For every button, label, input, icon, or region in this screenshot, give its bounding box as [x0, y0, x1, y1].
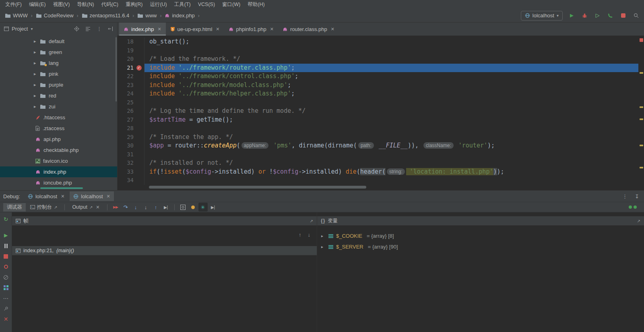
view-breakpoints-icon[interactable]	[1, 262, 11, 271]
stop-button[interactable]	[619, 12, 627, 20]
menu-item[interactable]: 帮助(H)	[244, 0, 268, 9]
locate-file-icon[interactable]	[74, 26, 79, 31]
gutter-breakpoint-area[interactable]	[134, 150, 144, 159]
menu-item[interactable]: 文件(F)	[2, 0, 25, 9]
close-icon[interactable]: ✕	[96, 205, 99, 210]
panel-options-icon[interactable]: ⋮	[97, 26, 102, 32]
gutter-breakpoint-area[interactable]	[134, 159, 144, 168]
expand-chevron-icon[interactable]: ▸	[321, 234, 326, 238]
gutter-breakpoint-area[interactable]	[134, 176, 144, 185]
tab-console[interactable]: 控制台 ↗	[27, 203, 61, 212]
debug-button[interactable]	[580, 12, 588, 20]
run-to-cursor-icon[interactable]: ▶|	[161, 203, 171, 212]
tree-item-index-php[interactable]: index.php	[0, 166, 117, 177]
gutter-breakpoint-area[interactable]	[134, 168, 144, 176]
gutter-breakpoint-area[interactable]	[134, 107, 144, 116]
previous-frame-icon[interactable]: ↑	[299, 232, 301, 238]
header-options-icon[interactable]: ⋮	[622, 193, 627, 199]
code-line-21[interactable]: 21✓include '../framework/router.class.ph…	[118, 64, 638, 73]
chevron-right-icon[interactable]: ▸	[34, 104, 40, 109]
gutter-breakpoint-area[interactable]	[134, 72, 144, 81]
warning-mark[interactable]	[640, 118, 643, 120]
tree-item-purple[interactable]: ▸purple	[0, 79, 117, 90]
chevron-right-icon[interactable]: ▸	[34, 82, 40, 87]
breadcrumb-item[interactable]: zentaopms11.6.4	[81, 12, 130, 19]
pause-icon[interactable]	[1, 241, 11, 250]
step-out-icon[interactable]: ↑	[151, 203, 161, 212]
tab-debugger[interactable]: 调试器	[3, 203, 26, 212]
gutter-breakpoint-area[interactable]	[134, 98, 144, 107]
layout-settings-icon[interactable]	[1, 283, 11, 292]
variable-row[interactable]: ▸$_COOKIE= {array} [8]	[317, 230, 644, 241]
gutter-breakpoint-area[interactable]: ✓	[134, 64, 144, 73]
gutter-breakpoint-area[interactable]	[134, 81, 144, 90]
code-line-28[interactable]: 28	[118, 124, 638, 133]
rerun-debugger-icon[interactable]: ↻	[1, 215, 11, 224]
tree-item-ioncube-php[interactable]: ioncube.php	[0, 177, 117, 188]
coverage-button[interactable]	[593, 12, 601, 20]
next-frame-icon[interactable]: ↓	[308, 232, 311, 238]
code-line-26[interactable]: 26/* Log the time and define the run mod…	[118, 107, 638, 116]
code-line-25[interactable]: 25	[118, 98, 638, 107]
stop-icon[interactable]	[1, 252, 11, 261]
mute-breakpoints-icon[interactable]	[1, 273, 11, 282]
warning-mark[interactable]	[640, 106, 643, 108]
warning-mark[interactable]	[640, 145, 643, 146]
close-icon[interactable]: ✕	[270, 27, 274, 32]
code-line-18[interactable]: 18ob_start();	[118, 37, 638, 46]
tree-item-green[interactable]: ▸green	[0, 47, 117, 58]
editor-tab-ue-up-exp-html[interactable]: 5ue-up-exp.html✕	[166, 23, 224, 35]
pin-tab-icon[interactable]	[1, 304, 11, 313]
breadcrumb-item[interactable]: WWW	[4, 12, 29, 19]
async-stacks-icon[interactable]: ✳	[198, 203, 208, 212]
menu-item[interactable]: 运行(U)	[146, 0, 170, 9]
breadcrumb-item[interactable]: index.php	[164, 12, 195, 19]
menu-item[interactable]: 窗口(W)	[219, 0, 244, 9]
editor-tab-phpinfo1-php[interactable]: phpinfo1.php✕	[224, 23, 278, 35]
close-icon[interactable]: ✕	[157, 27, 161, 32]
menu-item[interactable]: 编辑(E)	[25, 0, 50, 9]
tree-item--ztaccess[interactable]: .ztaccess	[0, 123, 117, 134]
open-in-new-window-icon[interactable]: ↗	[310, 219, 313, 223]
run-button[interactable]	[568, 12, 576, 20]
code-line-30[interactable]: 30$app = router::createApp(appName: 'pms…	[118, 141, 638, 150]
menu-item[interactable]: 重构(R)	[122, 0, 146, 9]
tree-item--htaccess[interactable]: .htaccess	[0, 112, 117, 123]
instance-filter-icon[interactable]	[188, 203, 198, 212]
close-icon[interactable]: ✕	[61, 194, 64, 199]
editor-tab-index-php[interactable]: index.php✕	[119, 23, 166, 35]
code-line-34[interactable]: 34	[118, 176, 638, 185]
run-config-selector[interactable]: lolcalhost ▾	[521, 11, 563, 21]
hide-panel-icon[interactable]	[108, 26, 113, 31]
project-vertical-scrollbar[interactable]	[116, 37, 117, 102]
menu-item[interactable]: 视图(V)	[50, 0, 74, 9]
code-editor[interactable]: 18ob_start();1920/* Load the framework. …	[118, 36, 644, 190]
code-line-19[interactable]: 19	[118, 46, 638, 55]
code-line-24[interactable]: 24include '../framework/helper.class.php…	[118, 89, 638, 98]
hide-window-icon[interactable]: ↧	[635, 193, 639, 199]
chevron-right-icon[interactable]: ▸	[34, 60, 40, 66]
breakpoint-icon[interactable]: ✓	[136, 65, 142, 71]
tree-item-checktable-php[interactable]: checktable.php	[0, 145, 117, 156]
gutter-breakpoint-area[interactable]	[134, 133, 144, 142]
menu-item[interactable]: VCS(S)	[194, 1, 219, 8]
gutter-breakpoint-area[interactable]	[134, 89, 144, 98]
project-horizontal-scrollbar[interactable]	[40, 187, 83, 189]
editor-tab-router-class-php[interactable]: router.class.php✕	[278, 23, 339, 35]
code-line-29[interactable]: 29/* Instance the app. */	[118, 133, 638, 142]
gutter-breakpoint-area[interactable]	[134, 141, 144, 150]
tab-output[interactable]: Output ↗ ✕	[68, 203, 103, 212]
code-line-32[interactable]: 32/* installed or not. */	[118, 159, 638, 168]
breadcrumb-item[interactable]: CodeReview	[35, 12, 74, 19]
code-line-31[interactable]: 31	[118, 150, 638, 159]
tree-item-api-php[interactable]: api.php	[0, 134, 117, 145]
gutter-breakpoint-area[interactable]	[134, 124, 144, 133]
menu-item[interactable]: 代码(C)	[98, 0, 122, 9]
open-in-new-window-icon[interactable]: ↗	[637, 219, 640, 223]
tree-item-pink[interactable]: ▸pink	[0, 68, 117, 79]
tree-item-lang[interactable]: ▸lang	[0, 58, 117, 68]
run-to-line-icon[interactable]: ▶|	[208, 203, 218, 212]
force-step-into-icon[interactable]: ↓	[141, 203, 151, 212]
editor-horizontal-scrollbar[interactable]	[149, 186, 366, 189]
menu-item[interactable]: 导航(N)	[73, 0, 97, 9]
